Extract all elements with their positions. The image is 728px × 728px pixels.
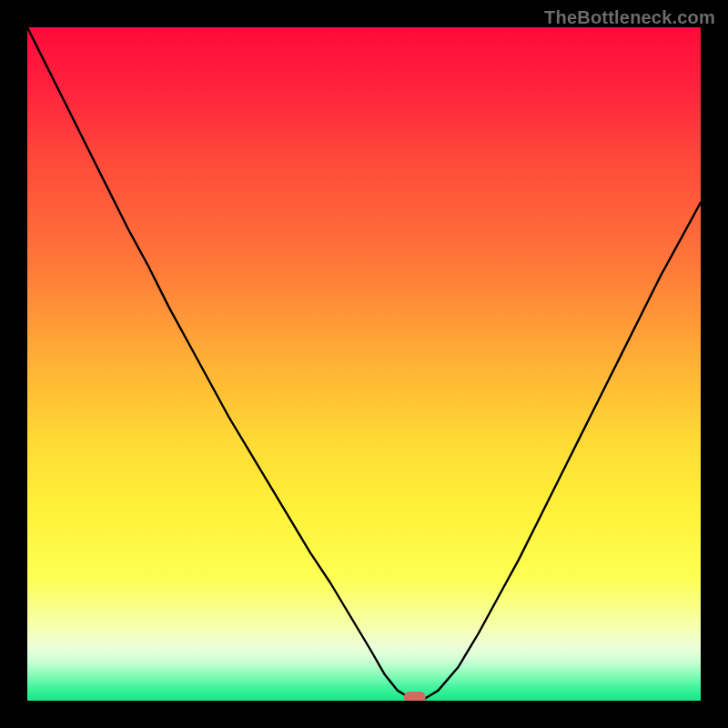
curve-layer [27,27,701,701]
watermark-text: TheBottleneck.com [544,7,715,28]
plot-area [27,27,701,701]
minimum-marker [403,693,425,701]
bottleneck-curve [27,27,701,699]
chart-frame: TheBottleneck.com [0,0,728,728]
